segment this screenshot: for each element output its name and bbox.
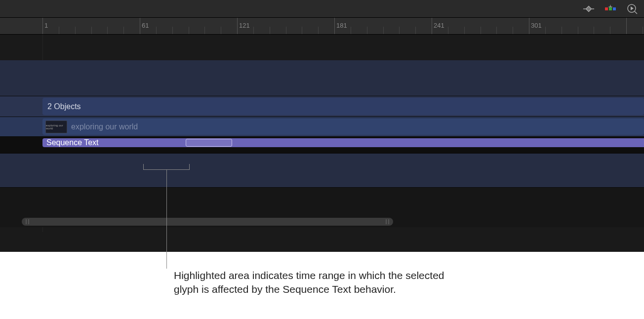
caption: Highlighted area indicates time range in… [174,269,450,297]
ruler-tick-minor [562,27,562,35]
objects-clip-label: 2 Objects [47,102,81,111]
timeline-panel: 161121181241301 2 Objects exploring our … [0,0,644,252]
tracks-area: 2 Objects exploring our world exploring … [0,35,644,232]
ruler-tick-major [334,18,335,34]
ruler-tick-minor [578,27,578,35]
ruler-tick-minor [156,27,157,35]
text-clip-label: exploring our world [71,122,138,131]
ruler-tick-minor [318,27,319,35]
track-group-bottom[interactable] [0,153,644,188]
ruler-tick-minor [189,27,189,35]
ruler-tick-minor [545,27,546,35]
horizontal-scrollbar[interactable] [10,216,644,227]
ruler-tick-minor [610,27,610,35]
ruler-tick-minor [59,27,59,35]
glyph-highlight-range[interactable] [186,139,232,147]
callout-stem [166,170,167,269]
filters-sparkle-icon[interactable] [604,3,616,15]
caption-text: Highlighted area indicates time range in… [174,269,450,297]
ruler-tick-minor [75,27,76,35]
svg-rect-1 [609,7,612,10]
behavior-clip-label: Sequence Text [46,138,99,147]
ruler-tick-minor [123,27,124,35]
ruler-tick-major [432,18,432,34]
ruler-tick-minor [643,27,643,35]
ruler-tick-minor [464,27,465,35]
ruler-tick-minor [286,27,286,35]
track-group-top[interactable] [0,60,644,96]
svg-rect-2 [613,7,616,10]
ruler-label: 181 [336,22,347,29]
svg-line-4 [635,11,637,14]
ruler-tick-minor [302,27,302,35]
ruler-tick-minor [351,27,351,35]
ruler-tick-minor [91,27,92,35]
ruler-tick-minor [367,27,367,35]
ruler-tick-minor [253,27,254,35]
ruler-label: 241 [434,22,444,29]
ruler-tick-minor [399,27,400,35]
ruler-tick-minor [270,27,270,35]
ruler-tick-minor [481,27,481,35]
svg-rect-0 [605,7,608,10]
text-thumbnail: exploring our world [45,120,67,133]
text-clip[interactable]: exploring our world exploring our world [42,119,644,135]
ruler-label: 121 [239,22,250,29]
ruler-label: 301 [531,22,542,29]
callout-bracket [143,164,190,170]
ruler-label: 1 [44,22,48,29]
track-behavior-row[interactable]: Sequence Text [0,136,644,153]
ruler-label: 61 [142,22,149,29]
ruler-tick-minor [107,27,108,35]
ruler-tick-major [140,18,140,34]
search-play-icon[interactable] [626,3,638,15]
track-objects-row[interactable]: 2 Objects [0,96,644,117]
ruler-tick-minor [496,27,497,35]
timeline-toolbar [0,0,644,18]
timeline-ruler[interactable]: 161121181241301 [0,18,644,35]
objects-clip[interactable]: 2 Objects [42,98,644,115]
scrollbar-thumb[interactable] [22,218,393,226]
ruler-tick-minor [221,27,221,35]
ruler-tick-minor [448,27,448,35]
ruler-tick-minor [204,27,205,35]
behavior-clip[interactable]: Sequence Text [42,138,644,147]
ruler-tick-minor [513,27,513,35]
ruler-tick-minor [172,27,173,35]
ruler-tick-major [529,18,529,34]
ruler-tick-minor [383,27,384,35]
ruler-tick-major [42,18,43,34]
track-text-row[interactable]: exploring our world exploring our world [0,117,644,136]
keyframe-icon[interactable] [583,3,595,15]
ruler-tick-minor [415,27,416,35]
ruler-tick-minor [594,27,594,35]
ruler-tick-major [237,18,238,34]
ruler-tick-major [626,18,627,34]
